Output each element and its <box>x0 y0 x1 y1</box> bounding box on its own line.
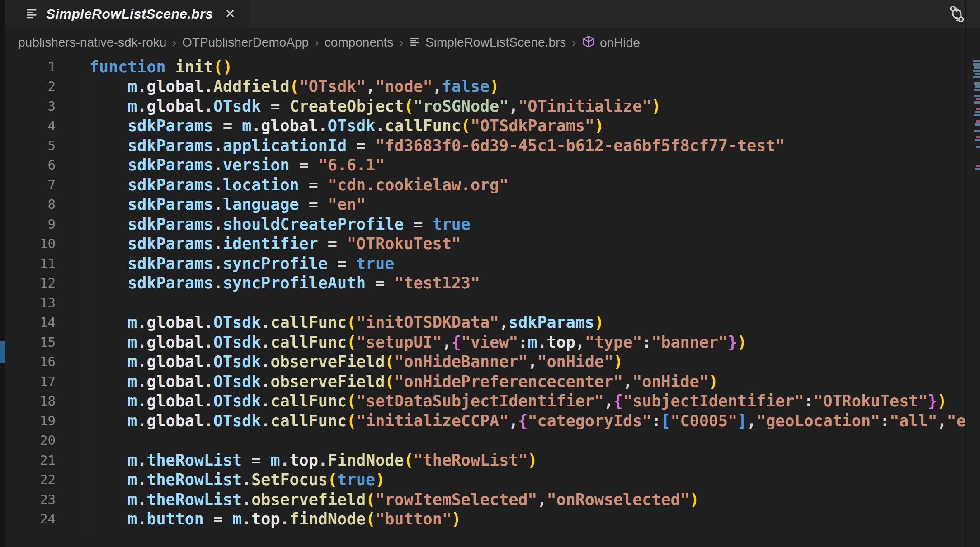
code-token: . <box>204 77 213 95</box>
minimap[interactable] <box>965 0 980 547</box>
line-number: 14 <box>5 315 56 330</box>
tab-simplerowlistscene[interactable]: SimpleRowListScene.brs ✕ <box>5 0 249 28</box>
code-text: m.button = m.top.findNode("button") <box>56 510 461 528</box>
minimap-mark <box>975 111 980 113</box>
code-line[interactable]: 13 <box>5 293 980 313</box>
code-line[interactable]: 18 m.global.OTsdk.callFunc("setDataSubje… <box>5 391 980 411</box>
code-token: m <box>127 333 137 351</box>
code-text: sdkParams.identifier = "OTRokuTest" <box>56 235 461 253</box>
code-token: , <box>509 97 518 115</box>
breadcrumb-folder-components[interactable]: components <box>325 35 394 50</box>
code-line[interactable]: 6 sdkParams.version = "6.6.1" <box>5 156 980 175</box>
code-token: . <box>137 313 146 331</box>
code-line[interactable]: 16 m.global.OTsdk.observeField("onHideBa… <box>5 352 980 372</box>
code-token: , <box>604 392 613 410</box>
code-area[interactable]: 1function init()2 m.global.Addfield("OTs… <box>5 57 980 547</box>
code-token: false <box>442 77 490 95</box>
code-token: top <box>290 451 318 469</box>
minimap-mark <box>976 165 980 167</box>
minimap-mark <box>976 98 980 100</box>
code-token: . <box>204 392 213 410</box>
code-line[interactable]: 10 sdkParams.identifier = "OTRokuTest" <box>5 234 980 254</box>
breadcrumb-symbol-onhide[interactable]: onHide <box>582 35 640 50</box>
code-token: ) <box>375 471 385 489</box>
code-token: syncProfile <box>223 255 328 273</box>
breadcrumb-folder-root[interactable]: publishers-native-sdk-roku <box>18 35 166 50</box>
code-token <box>90 137 127 155</box>
file-list-icon <box>409 36 421 48</box>
code-line[interactable]: 19 m.global.OTsdk.callFunc("initializeCC… <box>5 411 980 431</box>
code-token: callFunc <box>270 333 347 351</box>
code-token: . <box>213 255 223 273</box>
code-token: m <box>127 471 137 489</box>
line-number: 4 <box>5 118 56 133</box>
minimap-mark <box>974 114 980 116</box>
code-token: OTsdk <box>213 412 261 430</box>
code-line[interactable]: 21 m.theRowList = m.top.FindNode("theRow… <box>5 450 980 470</box>
code-token: global <box>146 353 203 371</box>
breadcrumb-separator: › <box>172 36 176 50</box>
code-token: ) <box>528 451 537 469</box>
code-token: applicationId <box>223 137 347 155</box>
breadcrumb-folder-app[interactable]: OTPublisherDemoApp <box>182 35 309 50</box>
editor-left-edge-strip <box>0 0 5 547</box>
compare-changes-icon[interactable] <box>947 5 966 24</box>
code-line[interactable]: 23 m.theRowList.observefield("rowItemSel… <box>5 490 980 509</box>
code-token <box>90 412 127 430</box>
code-token: . <box>261 313 270 331</box>
minimap-mark <box>974 66 980 69</box>
code-token <box>90 353 127 371</box>
code-line[interactable]: 11 sdkParams.syncProfile = true <box>5 254 980 274</box>
code-token <box>90 97 127 115</box>
code-line[interactable]: 3 m.global.OTsdk = CreateObject("roSGNod… <box>5 96 980 116</box>
code-line[interactable]: 4 sdkParams = m.global.OTsdk.callFunc("O… <box>5 116 980 136</box>
code-token: . <box>213 195 223 213</box>
code-token: . <box>204 373 213 391</box>
code-token: . <box>280 451 289 469</box>
code-text: m.theRowList.SetFocus(true) <box>56 471 385 489</box>
line-number: 23 <box>5 492 56 507</box>
code-token: SetFocus <box>251 471 328 489</box>
code-token: global <box>261 117 318 135</box>
code-line[interactable]: 22 m.theRowList.SetFocus(true) <box>5 470 980 490</box>
code-line[interactable]: 5 sdkParams.applicationId = "fd3683f0-6d… <box>5 136 980 156</box>
code-token: theRowList <box>146 490 242 509</box>
code-token: true <box>433 215 471 233</box>
code-token: , <box>623 373 632 391</box>
line-number: 8 <box>5 197 56 212</box>
code-line[interactable]: 20 <box>5 431 980 451</box>
code-token: "button" <box>375 510 452 528</box>
code-line[interactable]: 1function init() <box>5 57 980 77</box>
code-line[interactable]: 8 sdkParams.language = "en" <box>5 195 980 215</box>
line-number: 11 <box>5 256 56 271</box>
code-token: m <box>232 510 242 528</box>
code-text: sdkParams.location = "cdn.cookielaw.org" <box>56 176 509 194</box>
breadcrumb-symbol-label: onHide <box>600 36 640 50</box>
code-token: . <box>204 313 213 331</box>
code-token: ) <box>594 313 604 331</box>
code-line[interactable]: 7 sdkParams.location = "cdn.cookielaw.or… <box>5 175 980 195</box>
code-line[interactable]: 9 sdkParams.shouldCreateProfile = true <box>5 214 980 234</box>
code-line[interactable]: 15 m.global.OTsdk.callFunc("setupUI",{"v… <box>5 332 980 352</box>
code-token: m <box>127 373 137 391</box>
breadcrumb-file[interactable]: SimpleRowListScene.brs <box>409 35 566 50</box>
code-token <box>90 195 127 213</box>
minimap-mark <box>975 85 980 88</box>
code-token: = <box>318 235 347 253</box>
code-token <box>90 176 127 194</box>
code-token: . <box>375 117 385 135</box>
code-token: = <box>299 195 328 213</box>
code-token: sdkParams <box>127 274 213 292</box>
code-token <box>90 117 127 135</box>
breadcrumb-separator: › <box>572 36 576 50</box>
code-token: sdkParams <box>127 235 213 253</box>
close-icon[interactable]: ✕ <box>223 6 237 22</box>
code-line[interactable]: 2 m.global.Addfield("OTsdk","node",false… <box>5 77 980 97</box>
code-token: = <box>366 274 394 292</box>
code-line[interactable]: 14 m.global.OTsdk.callFunc("initOTSDKDat… <box>5 313 980 333</box>
code-line[interactable]: 24 m.button = m.top.findNode("button") <box>5 509 980 529</box>
code-line[interactable]: 12 sdkParams.syncProfileAuth = "test123" <box>5 274 980 293</box>
code-text: sdkParams.shouldCreateProfile = true <box>56 215 471 233</box>
code-token: m <box>127 510 137 528</box>
code-line[interactable]: 17 m.global.OTsdk.observeField("onHidePr… <box>5 372 980 391</box>
